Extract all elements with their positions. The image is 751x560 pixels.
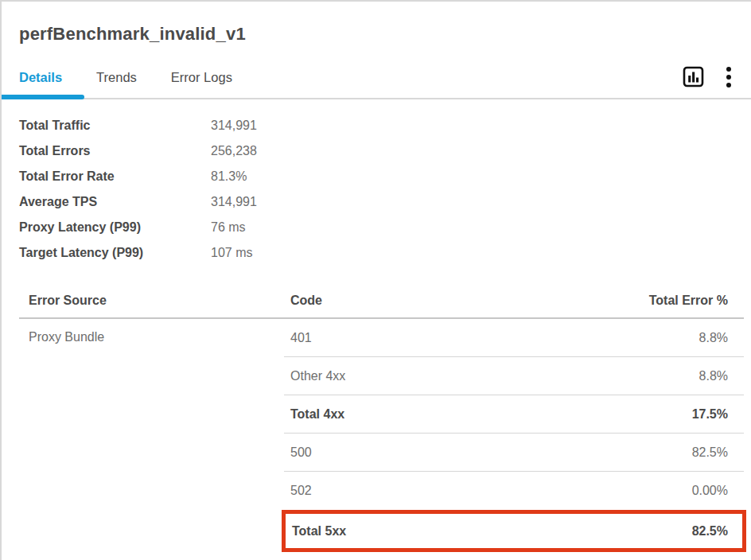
code-cell: Total 4xx	[284, 407, 692, 422]
error-breakdown-table: Error Source Code Total Error % Proxy Bu…	[19, 284, 744, 552]
column-header-total-error-pct: Total Error %	[649, 294, 744, 308]
stat-average-tps: Average TPS 314,991	[19, 189, 751, 215]
table-row-total-5xx: Total 5xx 82.5%	[286, 514, 742, 548]
stat-value: 81.3%	[211, 169, 247, 184]
overflow-menu-icon[interactable]	[725, 65, 733, 89]
stat-total-errors: Total Errors 256,238	[19, 138, 751, 164]
report-detail-panel: perfBenchmark_invalid_v1 Details Trends …	[0, 0, 751, 560]
stat-proxy-latency: Proxy Latency (P99) 76 ms	[19, 215, 751, 240]
code-cell: 502	[284, 484, 692, 498]
stat-label: Target Latency (P99)	[19, 246, 211, 260]
error-pct-cell: 8.8%	[699, 369, 744, 383]
code-cell: Other 4xx	[284, 369, 699, 383]
code-cell: 401	[284, 331, 699, 345]
summary-stats: Total Traffic 314,991 Total Errors 256,2…	[2, 99, 751, 266]
error-pct-cell: 82.5%	[692, 524, 742, 539]
stat-label: Total Errors	[19, 144, 211, 158]
error-pct-cell: 8.8%	[699, 331, 744, 345]
stat-target-latency: Target Latency (P99) 107 ms	[19, 240, 751, 266]
tab-error-logs[interactable]: Error Logs	[171, 71, 232, 91]
stat-value: 314,991	[211, 195, 257, 209]
error-source-cell: Proxy Bundle	[19, 319, 284, 552]
table-body: Proxy Bundle 401 8.8% Other 4xx 8.8% Tot…	[19, 319, 744, 552]
table-row: 500 82.5%	[284, 434, 744, 472]
stat-value: 314,991	[211, 119, 257, 133]
column-header-error-source: Error Source	[19, 294, 284, 308]
highlight-red-box: Total 5xx 82.5%	[282, 510, 746, 552]
stat-label: Total Traffic	[19, 119, 211, 133]
stat-value: 107 ms	[211, 246, 252, 260]
column-header-code: Code	[284, 294, 649, 308]
stat-total-traffic: Total Traffic 314,991	[19, 113, 751, 138]
tab-details[interactable]: Details	[19, 71, 62, 91]
bar-chart-icon[interactable]	[682, 65, 705, 88]
tab-list: Details Trends Error Logs	[2, 71, 682, 91]
code-cell: Total 5xx	[286, 524, 692, 539]
table-header-row: Error Source Code Total Error %	[19, 284, 744, 319]
code-cell: 500	[284, 445, 692, 460]
table-row-total-4xx: Total 4xx 17.5%	[284, 395, 744, 434]
header-actions	[682, 65, 751, 97]
tab-trends[interactable]: Trends	[96, 71, 137, 91]
table-row: Other 4xx 8.8%	[284, 357, 744, 395]
error-pct-cell: 0.00%	[692, 484, 744, 498]
stat-label: Average TPS	[19, 195, 211, 209]
page-title: perfBenchmark_invalid_v1	[2, 2, 751, 45]
stat-label: Proxy Latency (P99)	[19, 220, 211, 235]
tabs-bar: Details Trends Error Logs	[2, 64, 751, 99]
stat-value: 256,238	[211, 144, 257, 158]
code-rows: 401 8.8% Other 4xx 8.8% Total 4xx 17.5% …	[284, 319, 744, 552]
active-tab-indicator	[2, 95, 84, 99]
stat-value: 76 ms	[211, 220, 246, 235]
error-pct-cell: 82.5%	[692, 445, 744, 460]
error-pct-cell: 17.5%	[692, 407, 744, 422]
table-row: 502 0.00%	[284, 472, 744, 510]
table-row: 401 8.8%	[284, 319, 744, 357]
stat-label: Total Error Rate	[19, 169, 211, 184]
stat-total-error-rate: Total Error Rate 81.3%	[19, 164, 751, 189]
